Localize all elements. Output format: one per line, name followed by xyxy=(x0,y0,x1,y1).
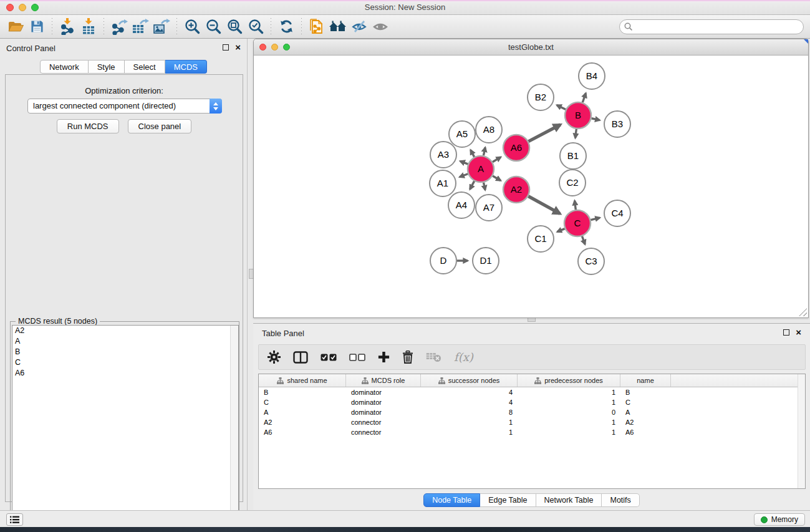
result-scrollbar[interactable] xyxy=(230,326,238,531)
mcds-result-item[interactable]: B xyxy=(12,347,238,357)
graph-node-A1[interactable]: A1 xyxy=(430,170,456,196)
table-row[interactable]: Bdominator41B xyxy=(259,387,805,397)
table-cell[interactable]: A2 xyxy=(620,417,671,427)
graph-node-C[interactable]: C xyxy=(564,210,591,236)
edge-B-B3[interactable] xyxy=(591,118,599,120)
network-window-titlebar[interactable]: testGlobe.txt xyxy=(254,39,808,56)
table-cell[interactable]: A2 xyxy=(259,417,346,427)
graph-node-A2[interactable]: A2 xyxy=(503,177,529,203)
save-session-icon[interactable] xyxy=(26,17,47,37)
export-network-icon[interactable] xyxy=(108,17,130,37)
graph-node-C2[interactable]: C2 xyxy=(559,170,586,196)
export-table-icon[interactable] xyxy=(130,17,151,37)
table-cell[interactable]: 1 xyxy=(518,387,620,397)
edge-C-C2[interactable] xyxy=(575,201,576,210)
table-cell[interactable]: 1 xyxy=(421,417,518,427)
edge-A-A3[interactable] xyxy=(460,161,468,164)
tab-node-table[interactable]: Node Table xyxy=(423,493,480,507)
edge-A-A8[interactable] xyxy=(483,147,485,155)
tab-motifs[interactable]: Motifs xyxy=(602,493,639,507)
table-scrollbar[interactable] xyxy=(798,374,805,488)
table-row[interactable]: Adominator80A xyxy=(259,407,805,417)
edge-A-A2[interactable] xyxy=(493,176,501,180)
graph-node-D1[interactable]: D1 xyxy=(473,248,499,274)
import-network-icon[interactable] xyxy=(57,17,78,37)
column-header-name[interactable]: name xyxy=(620,374,671,387)
table-cell[interactable]: 1 xyxy=(518,397,620,407)
table-cell[interactable]: dominator xyxy=(346,407,421,417)
graph-node-B4[interactable]: B4 xyxy=(579,63,605,89)
table-cell[interactable]: 1 xyxy=(421,427,518,437)
edge-B-B4[interactable] xyxy=(582,93,586,102)
memory-button[interactable]: Memory xyxy=(754,513,805,526)
graph-node-D[interactable]: D xyxy=(430,248,456,274)
column-header-successor-nodes[interactable]: successor nodes xyxy=(421,374,518,387)
edge-A6-B[interactable] xyxy=(528,125,560,142)
table-row[interactable]: A6connector11A6 xyxy=(259,427,805,437)
node-table[interactable]: shared nameMCDS rolesuccessor nodesprede… xyxy=(258,374,806,489)
edge-C-C1[interactable] xyxy=(557,229,565,232)
zoom-fit-icon[interactable] xyxy=(224,17,245,37)
tab-network-table[interactable]: Network Table xyxy=(536,493,602,507)
column-header-predecessor-nodes[interactable]: predecessor nodes xyxy=(518,374,620,387)
network-graph[interactable]: B4B2BB3A8A5A6A3B1AA1C2A2A4A7C4CC1DD1C3 xyxy=(254,56,808,317)
table-row[interactable]: Cdominator41C xyxy=(259,397,805,407)
close-panel-button[interactable]: Close panel xyxy=(128,119,192,133)
run-mcds-button[interactable]: Run MCDS xyxy=(57,119,119,133)
float-panel-icon[interactable] xyxy=(223,44,229,51)
add-column-icon[interactable] xyxy=(378,348,390,367)
table-row[interactable]: A2connector11A2 xyxy=(259,417,805,427)
float-table-panel-icon[interactable] xyxy=(783,329,789,336)
edge-A-A6[interactable] xyxy=(493,157,501,162)
graph-node-B2[interactable]: B2 xyxy=(528,84,554,110)
table-cell[interactable]: 0 xyxy=(518,407,620,417)
edge-A2-C[interactable] xyxy=(528,196,560,214)
table-cell[interactable]: A6 xyxy=(620,427,671,437)
graph-node-A8[interactable]: A8 xyxy=(476,117,502,143)
task-history-button[interactable] xyxy=(6,513,23,526)
graph-node-A6[interactable]: A6 xyxy=(503,135,529,161)
graph-node-A5[interactable]: A5 xyxy=(449,121,475,147)
edge-B-B2[interactable] xyxy=(557,105,566,110)
tab-network[interactable]: Network xyxy=(40,60,89,74)
graph-node-B[interactable]: B xyxy=(565,102,591,128)
delete-column-trash-icon[interactable] xyxy=(402,348,413,367)
select-all-checkboxes-icon[interactable] xyxy=(321,348,337,367)
hide-selected-icon[interactable] xyxy=(349,17,370,37)
graph-node-A7[interactable]: A7 xyxy=(476,195,502,221)
graph-node-A3[interactable]: A3 xyxy=(430,142,456,168)
first-neighbors-icon[interactable] xyxy=(327,17,349,37)
table-cell[interactable]: connector xyxy=(346,417,421,427)
zoom-out-icon[interactable] xyxy=(203,17,224,37)
graph-node-C4[interactable]: C4 xyxy=(604,200,630,226)
table-cell[interactable]: 1 xyxy=(518,417,620,427)
mcds-result-item[interactable]: C xyxy=(12,357,238,368)
edge-C-C4[interactable] xyxy=(591,218,600,220)
graph-node-A4[interactable]: A4 xyxy=(448,192,475,218)
table-cell[interactable]: B xyxy=(259,387,346,397)
mcds-result-list[interactable]: A2ABCA6 xyxy=(12,325,239,531)
close-panel-icon[interactable]: × xyxy=(235,44,241,51)
show-all-icon[interactable] xyxy=(370,17,391,37)
table-cell[interactable]: 4 xyxy=(421,397,518,407)
deselect-all-checkboxes-icon[interactable] xyxy=(349,348,365,367)
refresh-layout-icon[interactable] xyxy=(276,17,297,37)
tab-mcds[interactable]: MCDS xyxy=(165,60,207,74)
column-settings-gear-icon[interactable] xyxy=(268,348,281,367)
table-cell[interactable]: B xyxy=(620,387,671,397)
edge-B-B1[interactable] xyxy=(576,129,577,138)
table-cell[interactable]: A xyxy=(259,407,346,417)
graph-node-A[interactable]: A xyxy=(468,156,494,182)
table-cell[interactable]: dominator xyxy=(346,397,421,407)
graph-node-C1[interactable]: C1 xyxy=(528,226,554,252)
table-cell[interactable]: 1 xyxy=(518,427,620,437)
table-cell[interactable]: 4 xyxy=(421,387,518,397)
zoom-selected-icon[interactable] xyxy=(245,17,266,37)
search-input[interactable] xyxy=(619,19,804,34)
export-image-icon[interactable] xyxy=(151,17,172,37)
criterion-dropdown[interactable]: largest connected component (directed) xyxy=(27,99,222,114)
mcds-result-item[interactable]: A2 xyxy=(12,326,238,336)
edge-A-A5[interactable] xyxy=(471,150,475,157)
open-folder-icon[interactable] xyxy=(5,17,26,37)
tab-edge-table[interactable]: Edge Table xyxy=(480,493,536,507)
